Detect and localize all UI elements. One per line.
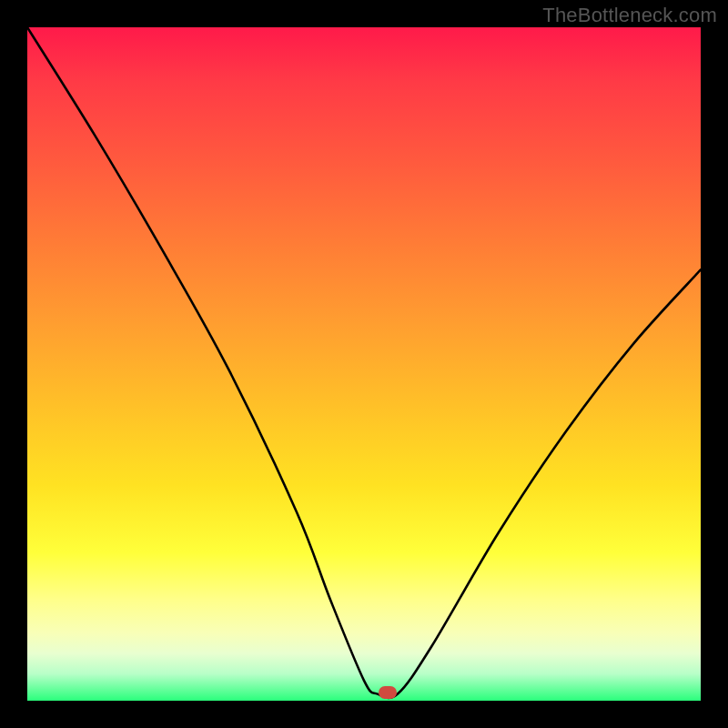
chart-frame: TheBottleneck.com	[0, 0, 728, 728]
bottleneck-curve-path	[27, 27, 701, 698]
attribution-label: TheBottleneck.com	[542, 4, 717, 27]
optimal-point-marker	[379, 686, 397, 699]
plot-area	[27, 27, 701, 701]
curve-svg	[27, 27, 701, 701]
